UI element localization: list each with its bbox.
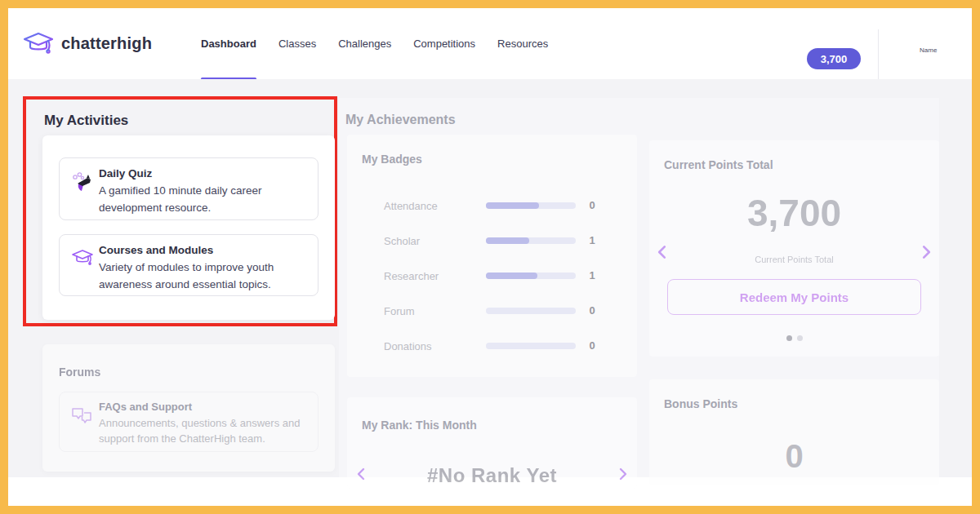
bonus-points-value: 0 — [649, 438, 939, 475]
current-points-card: Current Points Total 3,700 Current Point… — [649, 140, 939, 357]
badge-progress-bar — [486, 273, 576, 279]
badge-count: 0 — [584, 304, 600, 317]
forums-title: Forums — [59, 366, 100, 379]
my-activities-title: My Activities — [44, 113, 128, 129]
faqs-support-title: FAQs and Support — [99, 401, 308, 413]
badge-label: Scholar — [384, 235, 420, 247]
badge-row: Forum 0 — [347, 294, 637, 329]
forums-panel: Forums FAQs and Support Announcements, q… — [42, 344, 335, 472]
top-navbar: chatterhigh Dashboard Classes Challenges… — [8, 8, 972, 80]
nav-tab-classes[interactable]: Classes — [278, 8, 316, 79]
rank-next-chevron-icon[interactable] — [619, 467, 627, 481]
current-points-value: 3,700 — [649, 191, 939, 235]
courses-modules-card[interactable]: Courses and Modules Variety of modules t… — [59, 234, 318, 296]
redeem-points-button[interactable]: Redeem My Points — [667, 279, 921, 315]
courses-modules-title: Courses and Modules — [99, 244, 306, 256]
my-badges-title: My Badges — [362, 153, 422, 166]
current-points-caption: Current Points Total — [649, 255, 939, 264]
points-pill[interactable]: 3,700 — [807, 48, 861, 69]
user-name-label[interactable]: Name — [920, 47, 937, 54]
current-points-title: Current Points Total — [664, 158, 773, 171]
faqs-support-card[interactable]: FAQs and Support Announcements, question… — [59, 392, 318, 452]
daily-quiz-card[interactable]: Daily Quiz A gamified 10 minute daily ca… — [59, 157, 318, 220]
badge-progress-bar — [486, 237, 576, 244]
badge-count: 0 — [584, 199, 600, 211]
nav-tab-challenges[interactable]: Challenges — [338, 8, 391, 79]
carousel-dot-inactive[interactable] — [797, 335, 803, 341]
badge-label: Attendance — [384, 200, 438, 212]
points-next-chevron-icon[interactable] — [922, 245, 931, 259]
graduation-cap-logo-icon — [21, 29, 56, 59]
header-divider — [878, 29, 879, 79]
bonus-points-card: Bonus Points 0 — [649, 379, 939, 485]
main-nav: Dashboard Classes Challenges Competition… — [201, 8, 548, 79]
badge-progress-bar — [486, 308, 576, 314]
my-rank-title: My Rank: This Month — [362, 419, 477, 432]
badge-progress-bar — [486, 343, 576, 349]
daily-quiz-description: A gamified 10 minute daily career develo… — [99, 182, 306, 216]
faqs-support-description: Announcements, questions & answers and s… — [99, 415, 308, 446]
carousel-dots — [649, 335, 939, 341]
badge-row: Attendance 0 — [347, 188, 637, 224]
graduation-cap-icon — [71, 248, 94, 271]
badge-count: 1 — [584, 234, 600, 246]
badge-progress-bar — [486, 202, 576, 209]
brand-name: chatterhigh — [61, 34, 152, 53]
nav-tab-dashboard[interactable]: Dashboard — [201, 8, 256, 79]
achievements-title: My Achievements — [345, 113, 456, 127]
badge-count: 1 — [584, 269, 600, 281]
badge-label: Researcher — [384, 270, 439, 282]
carousel-dot-active[interactable] — [786, 335, 792, 341]
badge-row: Researcher 1 — [347, 259, 637, 294]
nav-tab-competitions[interactable]: Competitions — [413, 8, 475, 79]
app-window: chatterhigh Dashboard Classes Challenges… — [8, 8, 972, 506]
chat-bubbles-icon — [70, 405, 93, 428]
badge-count: 0 — [584, 339, 600, 352]
rank-value: #No Rank Yet — [347, 464, 637, 487]
daily-quiz-title: Daily Quiz — [99, 167, 306, 179]
badge-row: Scholar 1 — [347, 224, 637, 259]
courses-modules-description: Variety of modules to improve youth awar… — [99, 259, 306, 293]
bonus-points-title: Bonus Points — [664, 397, 737, 410]
my-rank-card: My Rank: This Month #No Rank Yet — [347, 397, 637, 489]
nav-tab-resources[interactable]: Resources — [497, 8, 548, 79]
mascot-icon — [71, 171, 94, 194]
badge-label: Forum — [384, 305, 415, 317]
my-badges-card: My Badges Attendance 0 Scholar 1 Researc… — [347, 135, 637, 377]
badge-row: Donations 0 — [347, 329, 637, 364]
badge-label: Donations — [384, 340, 432, 352]
brand-logo[interactable]: chatterhigh — [21, 8, 152, 79]
my-activities-panel: Daily Quiz A gamified 10 minute daily ca… — [42, 135, 335, 320]
